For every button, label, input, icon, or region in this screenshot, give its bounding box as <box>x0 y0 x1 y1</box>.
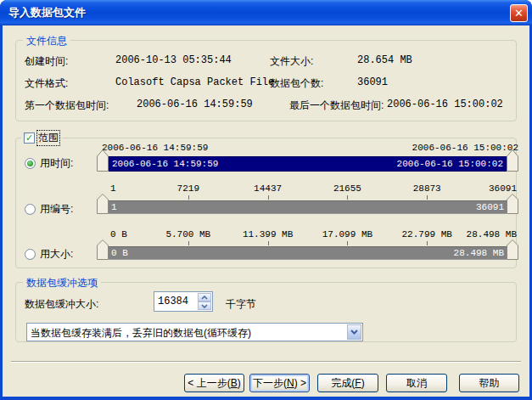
creation-time-value: 2006-10-13 05:35:44 <box>115 54 232 66</box>
range-checkbox[interactable]: ✓ <box>24 132 35 144</box>
file-info-group-title: 文件信息 <box>23 34 70 48</box>
tick-label: 14437 <box>254 183 282 194</box>
title-bar: 导入数据包文件 ✕ <box>0 0 532 25</box>
cancel-button[interactable]: 取消 <box>386 374 447 392</box>
tick-label: 0 B <box>110 229 127 239</box>
next-button-label: 下一步( <box>253 376 287 391</box>
packet-count-label: 数据包个数: <box>270 76 323 91</box>
number-track-start-value: 1 <box>111 202 117 212</box>
size-track-start-value: 0 B <box>111 248 128 258</box>
tick-label: 11.399 MB <box>243 229 293 239</box>
tick-label: 28873 <box>413 183 441 194</box>
size-slider-handle-right[interactable] <box>507 239 518 260</box>
radio-by-time[interactable]: 用时间: <box>25 156 73 171</box>
buffer-size-unit: 千字节 <box>226 297 256 312</box>
import-packet-dialog: 导入数据包文件 ✕ 文件信息 创建时间: 2006-10-13 05:35:44… <box>0 0 532 400</box>
last-packet-time-value: 2006-06-16 15:00:02 <box>387 99 503 110</box>
time-slider-labels: 2006-06-16 14:59:59 2006-06-16 15:00:02 <box>97 143 518 154</box>
time-end-label: 2006-06-16 15:00:02 <box>412 143 518 153</box>
buffer-size-spinner[interactable]: 16384 <box>154 291 213 312</box>
cancel-button-label: 取消 <box>406 376 427 391</box>
window-title: 导入数据包文件 <box>8 5 86 20</box>
size-slider-ticks <box>109 240 507 246</box>
number-slider-track[interactable]: 1 36091 <box>109 200 507 214</box>
check-icon: ✓ <box>25 133 33 143</box>
time-slider-handle-right[interactable] <box>507 149 518 172</box>
file-format-value: Colasoft Capsa Packet File <box>115 76 274 88</box>
radio-by-time-icon <box>25 158 36 169</box>
first-packet-time-label: 第一个数据包时间: <box>25 99 109 113</box>
close-icon: ✕ <box>514 8 524 19</box>
number-slider-row: 1 36091 <box>97 200 518 214</box>
time-slider-handle-left[interactable] <box>97 149 109 172</box>
creation-time-label: 创建时间: <box>25 54 68 69</box>
arrow-up-icon <box>201 296 208 300</box>
button-separator <box>11 361 521 363</box>
next-button[interactable]: 下一步(N) > <box>249 374 310 392</box>
buffer-policy-dropdown[interactable]: 当数据包缓存装满后，丢弃旧的数据包(循环缓存) <box>26 323 363 341</box>
tick-label: 21655 <box>333 183 361 194</box>
next-button-label-suffix: ) > <box>294 377 306 389</box>
finish-button[interactable]: 完成(F) <box>317 374 378 392</box>
last-packet-time-label: 最后一个数据包时间: <box>289 99 384 113</box>
radio-by-number[interactable]: 用编号: <box>25 202 73 217</box>
tick-label: 22.799 MB <box>401 229 451 239</box>
next-button-mnemonic: N <box>287 377 294 389</box>
tick-label: 5.700 MB <box>165 229 210 239</box>
buffer-options-group: 数据包缓冲选项 数据包缓冲大小: 16384 千字节 当数据包缓存装满后，丢弃旧… <box>15 282 517 342</box>
back-button[interactable]: < 上一步(B) <box>184 374 244 392</box>
file-format-label: 文件格式: <box>25 76 68 91</box>
range-group: ✓ 范围 用时间: 2006-06-16 14:59:59 2006-06-16… <box>15 138 517 268</box>
tick-label: 36091 <box>489 183 517 194</box>
number-slider-handle-right[interactable] <box>507 194 518 214</box>
back-button-mnemonic: B <box>231 377 238 389</box>
finish-button-label-suffix: ) <box>361 377 365 389</box>
file-size-label: 文件大小: <box>270 54 313 69</box>
number-range-slider: 1 7219 14437 21655 28873 36091 1 36091 <box>97 183 518 214</box>
back-button-label-suffix: ) <box>238 377 241 389</box>
size-track-end-value: 28.498 MB <box>454 248 504 258</box>
first-packet-time-value: 2006-06-16 14:59:59 <box>137 99 253 110</box>
radio-by-number-label: 用编号: <box>40 202 73 217</box>
number-slider-labels: 1 7219 14437 21655 28873 36091 <box>109 183 507 194</box>
range-checkbox-label[interactable]: 范围 <box>37 131 59 145</box>
time-slider-row: 2006-06-16 14:59:59 2006-06-16 15:00:02 <box>97 156 518 172</box>
time-track-start-value: 2006-06-16 14:59:59 <box>112 159 218 169</box>
tick-label: 1 <box>110 183 116 194</box>
help-button-label: 帮助 <box>479 376 500 391</box>
dropdown-button[interactable] <box>347 324 361 340</box>
tick-label: 17.099 MB <box>322 229 372 239</box>
time-track-end-value: 2006-06-16 15:00:02 <box>397 159 503 169</box>
close-button[interactable]: ✕ <box>510 4 528 22</box>
number-slider-handle-left[interactable] <box>97 194 109 214</box>
tick-label: 28.498 MB <box>467 229 517 239</box>
time-start-label: 2006-06-16 14:59:59 <box>102 143 208 153</box>
radio-by-size[interactable]: 用大小: <box>25 247 73 262</box>
finish-button-label: 完成( <box>331 376 355 391</box>
size-slider-row: 0 B 28.498 MB <box>97 246 518 260</box>
spinner-buttons <box>198 293 211 310</box>
number-track-end-value: 36091 <box>476 202 504 212</box>
size-slider-handle-left[interactable] <box>97 239 109 260</box>
help-button[interactable]: 帮助 <box>459 374 519 392</box>
finish-button-mnemonic: F <box>355 377 361 389</box>
radio-by-size-icon <box>25 249 36 260</box>
file-info-group: 文件信息 创建时间: 2006-10-13 05:35:44 文件大小: 28.… <box>15 40 517 121</box>
buffer-size-label: 数据包缓冲大小: <box>25 297 98 312</box>
range-checkbox-row: ✓ 范围 <box>21 131 62 145</box>
radio-by-size-label: 用大小: <box>40 247 73 262</box>
radio-by-number-icon <box>25 204 36 215</box>
time-slider-track[interactable]: 2006-06-16 14:59:59 2006-06-16 15:00:02 <box>109 156 507 172</box>
size-slider-track[interactable]: 0 B 28.498 MB <box>109 246 507 260</box>
radio-by-time-label: 用时间: <box>40 156 73 171</box>
spinner-up-button[interactable] <box>198 293 211 301</box>
file-size-value: 28.654 MB <box>357 54 412 66</box>
spinner-down-button[interactable] <box>198 301 211 310</box>
time-range-slider: 2006-06-16 14:59:59 2006-06-16 15:00:02 … <box>97 143 518 172</box>
buffer-options-group-title: 数据包缓冲选项 <box>23 276 101 290</box>
back-button-label: < 上一步( <box>188 376 230 391</box>
dialog-body: 文件信息 创建时间: 2006-10-13 05:35:44 文件大小: 28.… <box>3 25 529 397</box>
packet-count-value: 36091 <box>357 76 388 88</box>
size-slider-labels: 0 B 5.700 MB 11.399 MB 17.099 MB 22.799 … <box>109 229 507 240</box>
chevron-down-icon <box>350 330 358 335</box>
